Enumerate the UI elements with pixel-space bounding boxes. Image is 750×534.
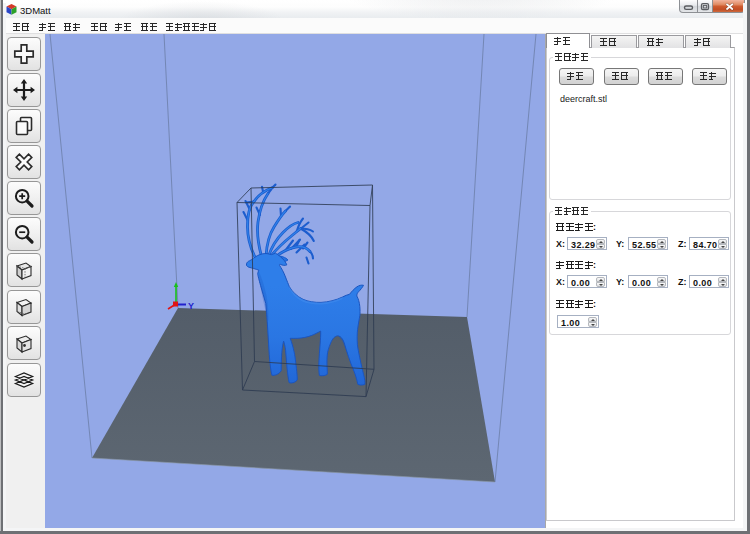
svg-text:Y: Y [188,301,194,311]
